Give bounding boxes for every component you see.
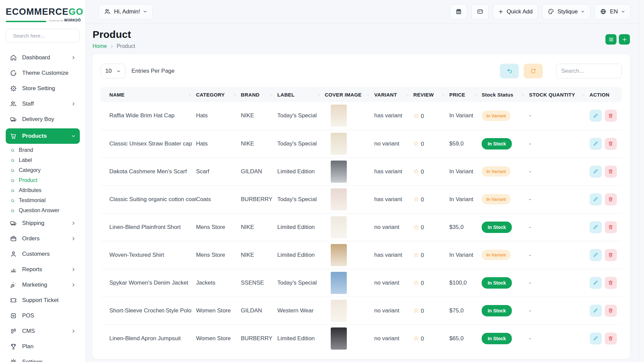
edit-button[interactable] [590, 249, 602, 261]
cell-stock-quantity: - [529, 185, 589, 213]
product-row: Classic Suiting organic cotton coatsCoat… [101, 185, 622, 213]
cell-label: Today's Special [277, 269, 325, 297]
trash-icon [608, 196, 613, 202]
store-switcher-button[interactable]: Stylique [542, 4, 590, 19]
edit-button[interactable] [590, 277, 602, 289]
delete-button[interactable] [605, 193, 617, 205]
sidebar-item-support-ticket[interactable]: Support Ticket [6, 293, 80, 308]
column-header-name[interactable]: NAME↑↓ [101, 87, 196, 102]
sort-icon: ↑↓ [233, 93, 235, 97]
cell-category: Hats [196, 102, 241, 130]
cell-category: Women Store [196, 297, 241, 324]
cell-review: ☆0 [413, 269, 449, 297]
column-header-label[interactable]: LABEL↑↓ [277, 87, 325, 102]
delete-button[interactable] [605, 249, 617, 261]
grid-view-button[interactable] [605, 34, 616, 45]
sidebar-subitem-question-answer[interactable]: Question Answer [6, 205, 80, 216]
sidebar-item-settings[interactable]: Settings [6, 354, 80, 362]
cell-brand: NIKE [241, 213, 277, 241]
column-header-stock-status[interactable]: Stock Status↑↓ [482, 87, 529, 102]
sidebar-subitem-label[interactable]: Label [6, 155, 80, 165]
edit-button[interactable] [590, 305, 602, 317]
column-header-brand[interactable]: BRAND↑↓ [241, 87, 277, 102]
sidebar-item-marketing[interactable]: Marketing [6, 277, 80, 293]
sidebar-item-customers[interactable]: Customers [6, 246, 80, 262]
sidebar-subitem-category[interactable]: Category [6, 165, 80, 175]
cell-action [590, 130, 622, 158]
refresh-button[interactable] [524, 64, 543, 78]
undo-button[interactable] [500, 64, 519, 78]
sidebar-search-input[interactable] [13, 33, 80, 39]
edit-button[interactable] [590, 138, 602, 150]
breadcrumb-home-link[interactable]: Home [93, 43, 107, 49]
app-logo[interactable]: ECOMMERCEGO Powered By WORKDO [6, 7, 80, 22]
column-header-price[interactable]: PRICE↑↓ [449, 87, 482, 102]
cell-cover-image [325, 241, 374, 269]
column-header-stock-quantity[interactable]: STOCK QUANTITY↑↓ [529, 87, 589, 102]
cell-action [590, 324, 622, 352]
sort-icon: ↑↓ [522, 93, 524, 97]
delete-button[interactable] [605, 138, 617, 150]
sidebar-item-delivery-boy[interactable]: Delivery Boy [6, 112, 80, 127]
sidebar-item-products[interactable]: Products [6, 128, 80, 144]
chevron-right-icon [71, 221, 76, 226]
card-button[interactable] [471, 4, 489, 19]
sidebar-item-cms[interactable]: CMS [6, 323, 80, 339]
sidebar-item-orders[interactable]: Orders [6, 231, 80, 246]
gear-icon [10, 358, 17, 362]
breadcrumb-current: Product [117, 43, 135, 49]
entries-per-page-label: Entries Per Page [131, 68, 175, 74]
column-header-cover-image[interactable]: COVER IMAGE↑↓ [325, 87, 374, 102]
pencil-icon [593, 252, 598, 258]
edit-button[interactable] [590, 110, 602, 122]
storefront-button[interactable] [450, 4, 467, 19]
edit-button[interactable] [590, 221, 602, 233]
sidebar-item-dashboard[interactable]: Dashboard [6, 50, 80, 65]
sidebar-subitem-brand[interactable]: Brand [6, 145, 80, 155]
entries-per-page-select[interactable]: 10 [101, 64, 125, 78]
ticket-icon [10, 297, 17, 304]
sidebar-item-staff[interactable]: Staff [6, 96, 80, 112]
sidebar-subitem-attributes[interactable]: Attributes [6, 185, 80, 195]
quick-add-button[interactable]: Quick Add [493, 4, 538, 19]
delete-button[interactable] [605, 333, 617, 345]
sidebar-item-reports[interactable]: Reports [6, 262, 80, 277]
cell-name: Short-Sleeve Crochet-Style Polo [101, 297, 196, 324]
table-search-input[interactable] [556, 64, 622, 78]
cell-label: Limited Edition [277, 324, 325, 352]
sidebar-subitem-testimonial[interactable]: Testimonial [6, 195, 80, 205]
cell-category: Coats [196, 185, 241, 213]
sidebar-subitem-product[interactable]: Product [6, 175, 80, 185]
home-icon [10, 54, 17, 61]
delete-button[interactable] [605, 221, 617, 233]
delete-button[interactable] [605, 305, 617, 317]
column-header-category[interactable]: CATEGORY↑↓ [196, 87, 241, 102]
delete-button[interactable] [605, 110, 617, 122]
sidebar-item-shipping[interactable]: Shipping [6, 216, 80, 231]
cell-category: Women Store [196, 324, 241, 352]
cell-action [590, 158, 622, 185]
sidebar-item-pos[interactable]: POS [6, 308, 80, 323]
chevron-right-icon [71, 236, 76, 241]
delete-button[interactable] [605, 166, 617, 178]
sidebar-item-plan[interactable]: Plan [6, 339, 80, 354]
cell-review: ☆0 [413, 185, 449, 213]
sidebar-item-store-setting[interactable]: Store Setting [6, 81, 80, 96]
sidebar-item-theme-customize[interactable]: Theme Customize [6, 65, 80, 81]
edit-button[interactable] [590, 333, 602, 345]
page-scrollbar[interactable] [639, 0, 644, 362]
add-product-button[interactable] [619, 34, 630, 45]
cell-price: In Variant [449, 158, 482, 185]
product-row: Short-Sleeve Crochet-Style PoloWomen Sto… [101, 297, 622, 324]
user-menu-button[interactable]: Hi, Admin! [99, 4, 153, 19]
delete-button[interactable] [605, 277, 617, 289]
sort-icon: ↑↓ [406, 93, 408, 97]
language-selector-button[interactable]: EN [594, 4, 631, 19]
table-toolbar: 10 Entries Per Page [101, 64, 622, 78]
sidebar-search [6, 29, 80, 43]
edit-button[interactable] [590, 193, 602, 205]
column-header-variant[interactable]: VARIANT↑↓ [374, 87, 414, 102]
bullet-icon [10, 178, 15, 183]
edit-button[interactable] [590, 166, 602, 178]
column-header-review[interactable]: REVIEW↑↓ [413, 87, 449, 102]
